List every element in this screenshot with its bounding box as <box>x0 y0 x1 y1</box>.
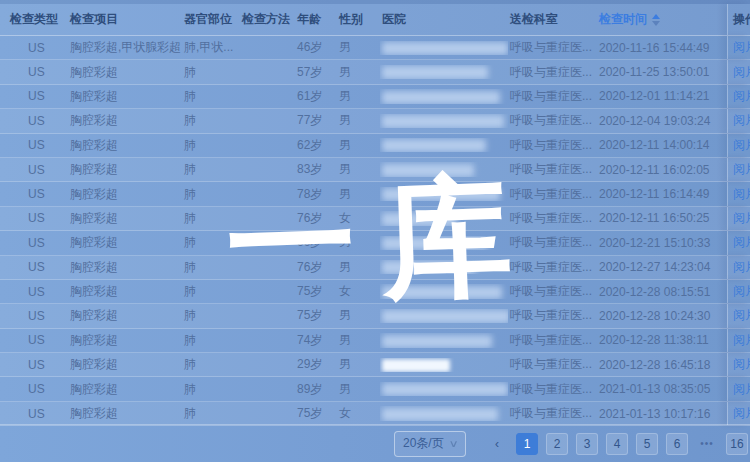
col-header-gender: 性别 <box>337 11 380 28</box>
hospital-redacted-value <box>382 164 474 177</box>
cell-exam-type: US <box>0 285 68 299</box>
cell-organ-part: 肺 <box>182 64 240 81</box>
cell-gender: 男 <box>337 356 380 373</box>
view-film-link[interactable]: 阅片 <box>733 234 750 251</box>
view-film-link[interactable]: 阅片 <box>733 405 750 422</box>
cell-age: 29岁 <box>295 356 337 373</box>
view-film-link[interactable]: 阅片 <box>733 88 750 105</box>
col-header-organ-part: 器官部位 <box>182 11 240 28</box>
view-film-link[interactable]: 阅片 <box>733 186 750 203</box>
table-header-row: 检查类型 检查项目 器官部位 检查方法 年龄 性别 医院 送检科室 检查时间 操… <box>0 4 750 36</box>
cell-gender: 女 <box>337 210 380 227</box>
table-row: US 胸腔彩超 肺 75岁 男 呼吸与重症医... 2020-12-28 10:… <box>0 304 750 328</box>
cell-actions: 阅片 <box>727 256 750 279</box>
hospital-redacted-value <box>382 91 500 104</box>
cell-exam-item: 胸腔彩超 <box>68 356 182 373</box>
cell-age: 89岁 <box>295 381 337 398</box>
cell-exam-time: 2021-01-13 08:35:05 <box>597 382 727 396</box>
view-film-link[interactable]: 阅片 <box>733 112 750 129</box>
cell-exam-time: 2020-12-11 16:50:25 <box>597 211 727 225</box>
page-button-4[interactable]: 4 <box>606 433 628 455</box>
view-film-link[interactable]: 阅片 <box>733 307 750 324</box>
page-button-6[interactable]: 6 <box>666 433 688 455</box>
cell-hospital <box>380 333 508 347</box>
view-film-link[interactable]: 阅片 <box>733 39 750 56</box>
col-header-exam-time-sortable[interactable]: 检查时间 <box>597 11 727 28</box>
cell-gender: 男 <box>337 332 380 349</box>
cell-age: 78岁 <box>295 186 337 203</box>
cell-gender: 男 <box>337 307 380 324</box>
col-header-hospital: 医院 <box>380 11 508 28</box>
cell-hospital <box>380 406 508 420</box>
cell-exam-item: 胸腔彩超 <box>68 234 182 251</box>
table-row: US 胸腔彩超 肺 83岁 男 呼吸与重症医... 2020-12-11 16:… <box>0 158 750 182</box>
table-row: US 胸腔彩超 肺 29岁 男 呼吸与重症医... 2020-12-28 16:… <box>0 353 750 377</box>
cell-exam-item: 胸腔彩超 <box>68 332 182 349</box>
cell-department: 呼吸与重症医... <box>508 210 597 227</box>
hospital-redacted-value <box>382 188 500 201</box>
cell-gender: 女 <box>337 283 380 300</box>
page-button-5[interactable]: 5 <box>636 433 658 455</box>
cell-department: 呼吸与重症医... <box>508 356 597 373</box>
view-film-link[interactable]: 阅片 <box>733 161 750 178</box>
page-size-select[interactable]: 20条/页 ∨ <box>394 431 466 457</box>
cell-exam-item: 胸腔彩超 <box>68 307 182 324</box>
cell-exam-item: 胸腔彩超 <box>68 112 182 129</box>
page-button-1[interactable]: 1 <box>516 433 538 455</box>
cell-exam-time: 2021-01-13 10:17:16 <box>597 407 727 421</box>
cell-exam-type: US <box>0 236 68 250</box>
cell-department: 呼吸与重症医... <box>508 234 597 251</box>
cell-actions: 阅片 <box>727 304 750 327</box>
cell-exam-type: US <box>0 163 68 177</box>
view-film-link[interactable]: 阅片 <box>733 210 750 227</box>
page-button-2[interactable]: 2 <box>546 433 568 455</box>
cell-gender: 男 <box>337 88 380 105</box>
cell-hospital <box>380 284 508 298</box>
table-row: US 胸腔彩超,甲状腺彩超 肺,甲状... 46岁 男 呼吸与重症医... 20… <box>0 36 750 60</box>
cell-exam-type: US <box>0 41 68 55</box>
cell-organ-part: 肺 <box>182 137 240 154</box>
cell-age: 62岁 <box>295 137 337 154</box>
cell-department: 呼吸与重症医... <box>508 283 597 300</box>
cell-age: 75岁 <box>295 283 337 300</box>
cell-exam-item: 胸腔彩超 <box>68 210 182 227</box>
view-film-link[interactable]: 阅片 <box>733 332 750 349</box>
sort-caret-up-icon[interactable] <box>652 14 660 19</box>
sort-caret-down-icon[interactable] <box>652 21 660 26</box>
view-film-link[interactable]: 阅片 <box>733 137 750 154</box>
cell-exam-time: 2020-12-27 14:23:04 <box>597 260 727 274</box>
page-ellipsis[interactable]: ••• <box>696 433 718 455</box>
cell-exam-time: 2020-12-28 08:15:51 <box>597 285 727 299</box>
cell-hospital <box>380 162 508 176</box>
view-film-link[interactable]: 阅片 <box>733 356 750 373</box>
page-button-3[interactable]: 3 <box>576 433 598 455</box>
cell-age: 77岁 <box>295 112 337 129</box>
cell-actions: 阅片 <box>727 158 750 181</box>
cell-organ-part: 肺 <box>182 307 240 324</box>
cell-exam-type: US <box>0 309 68 323</box>
view-film-link[interactable]: 阅片 <box>733 283 750 300</box>
cell-hospital <box>380 138 508 152</box>
cell-organ-part: 肺 <box>182 161 240 178</box>
cell-organ-part: 肺 <box>182 381 240 398</box>
hospital-redacted-value <box>382 359 450 372</box>
page-button-16[interactable]: 16 <box>726 433 748 455</box>
view-film-link[interactable]: 阅片 <box>733 64 750 81</box>
cell-actions: 阅片 <box>727 329 750 352</box>
cell-exam-time: 2020-12-11 16:14:49 <box>597 187 727 201</box>
hospital-redacted-value <box>382 408 498 421</box>
hospital-redacted-value <box>382 42 508 55</box>
cell-actions: 阅片 <box>727 353 750 376</box>
view-film-link[interactable]: 阅片 <box>733 381 750 398</box>
hospital-redacted-value <box>382 139 486 152</box>
cell-hospital <box>380 260 508 274</box>
cell-exam-time: 2020-12-28 16:45:18 <box>597 358 727 372</box>
cell-exam-item: 胸腔彩超 <box>68 161 182 178</box>
cell-department: 呼吸与重症医... <box>508 332 597 349</box>
hospital-redacted-value <box>382 335 492 348</box>
cell-exam-type: US <box>0 187 68 201</box>
cell-exam-time: 2020-12-11 16:02:05 <box>597 163 727 177</box>
cell-age: 76岁 <box>295 210 337 227</box>
view-film-link[interactable]: 阅片 <box>733 259 750 276</box>
prev-page-button[interactable]: ‹ <box>486 433 508 455</box>
